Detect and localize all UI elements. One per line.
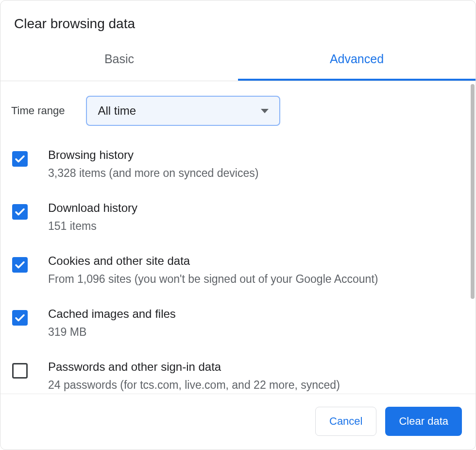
option-passwords[interactable]: Passwords and other sign-in data 24 pass… [11, 360, 465, 393]
checkbox-cookies[interactable] [12, 257, 28, 273]
checkbox-cached-images[interactable] [12, 310, 28, 326]
dialog-footer: Cancel Clear data [0, 394, 476, 450]
option-text: Cookies and other site data From 1,096 s… [48, 254, 378, 287]
option-title: Browsing history [48, 148, 258, 162]
cancel-button[interactable]: Cancel [315, 407, 376, 436]
option-sub: 3,328 items (and more on synced devices) [48, 166, 258, 181]
option-sub: 319 MB [48, 325, 176, 340]
checkbox-download-history[interactable] [12, 204, 28, 220]
checkbox-passwords[interactable] [12, 363, 28, 379]
checkbox-browsing-history[interactable] [12, 151, 28, 167]
time-range-row: Time range All time [11, 96, 465, 126]
option-text: Cached images and files 319 MB [48, 307, 176, 340]
option-download-history[interactable]: Download history 151 items [11, 201, 465, 234]
chevron-down-icon [261, 109, 269, 113]
option-cached-images[interactable]: Cached images and files 319 MB [11, 307, 465, 340]
option-sub: From 1,096 sites (you won't be signed ou… [48, 272, 378, 287]
option-cookies[interactable]: Cookies and other site data From 1,096 s… [11, 254, 465, 287]
time-range-label: Time range [11, 104, 65, 117]
tab-advanced[interactable]: Advanced [238, 40, 476, 81]
option-sub: 151 items [48, 219, 137, 234]
option-text: Download history 151 items [48, 201, 137, 234]
checkmark-icon [14, 312, 26, 324]
clear-browsing-data-dialog: Clear browsing data Basic Advanced Time … [0, 0, 476, 450]
option-browsing-history[interactable]: Browsing history 3,328 items (and more o… [11, 148, 465, 181]
time-range-select[interactable]: All time [86, 96, 280, 126]
option-text: Passwords and other sign-in data 24 pass… [48, 360, 340, 393]
option-title: Download history [48, 201, 137, 215]
checkmark-icon [14, 153, 26, 165]
time-range-value: All time [98, 104, 136, 118]
option-title: Cached images and files [48, 307, 176, 321]
scrollable-content[interactable]: Time range All time Browsing history 3,3… [0, 81, 476, 394]
content-area: Time range All time Browsing history 3,3… [0, 81, 476, 394]
tabs: Basic Advanced [0, 40, 476, 81]
option-title: Cookies and other site data [48, 254, 378, 268]
option-sub: 24 passwords (for tcs.com, live.com, and… [48, 378, 340, 393]
scrollbar-track[interactable] [471, 84, 475, 391]
clear-data-button[interactable]: Clear data [385, 407, 462, 436]
checkmark-icon [14, 259, 26, 271]
tab-basic[interactable]: Basic [0, 40, 238, 81]
scrollbar-thumb[interactable] [471, 84, 475, 299]
option-title: Passwords and other sign-in data [48, 360, 340, 374]
option-text: Browsing history 3,328 items (and more o… [48, 148, 258, 181]
checkmark-icon [14, 206, 26, 218]
dialog-title: Clear browsing data [0, 0, 476, 40]
